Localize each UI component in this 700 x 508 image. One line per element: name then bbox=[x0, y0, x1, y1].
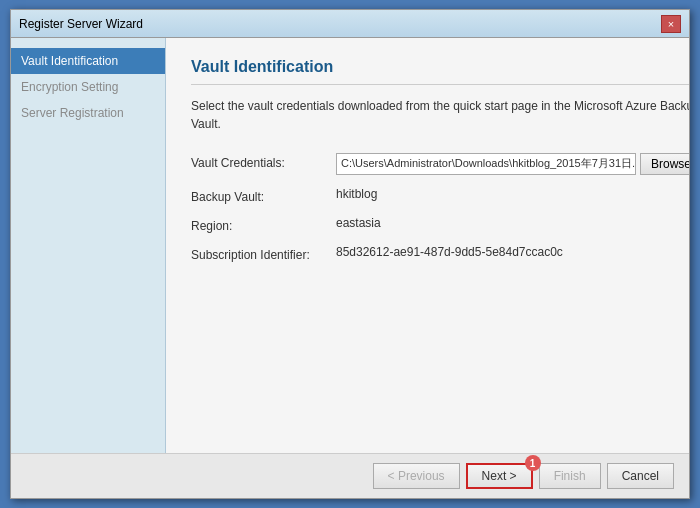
previous-button[interactable]: < Previous bbox=[373, 463, 460, 489]
cancel-button[interactable]: Cancel bbox=[607, 463, 674, 489]
region-value: eastasia bbox=[336, 216, 381, 230]
sidebar: Vault Identification Encryption Setting … bbox=[11, 38, 166, 453]
vault-credentials-input[interactable]: C:\Users\Administrator\Downloads\hkitblo… bbox=[336, 153, 636, 175]
subscription-label: Subscription Identifier: bbox=[191, 245, 336, 262]
backup-vault-value: hkitblog bbox=[336, 187, 377, 201]
next-badge: 1 bbox=[525, 455, 541, 471]
next-button[interactable]: Next > bbox=[466, 463, 533, 489]
window-title: Register Server Wizard bbox=[19, 17, 143, 31]
sidebar-item-server-registration: Server Registration bbox=[11, 100, 165, 126]
backup-vault-label: Backup Vault: bbox=[191, 187, 336, 204]
title-bar: Register Server Wizard × bbox=[11, 10, 689, 38]
main-panel: Vault Identification Select the vault cr… bbox=[166, 38, 689, 453]
region-label: Region: bbox=[191, 216, 336, 233]
sidebar-item-encryption-setting: Encryption Setting bbox=[11, 74, 165, 100]
subscription-value: 85d32612-ae91-487d-9dd5-5e84d7ccac0c bbox=[336, 245, 563, 259]
subscription-row: Subscription Identifier: 85d32612-ae91-4… bbox=[191, 245, 689, 262]
sidebar-item-vault-identification[interactable]: Vault Identification bbox=[11, 48, 165, 74]
region-row: Region: eastasia bbox=[191, 216, 689, 233]
backup-vault-row: Backup Vault: hkitblog bbox=[191, 187, 689, 204]
next-button-wrapper: Next > 1 bbox=[466, 463, 533, 489]
vault-credentials-label: Vault Credentials: bbox=[191, 153, 336, 170]
finish-button[interactable]: Finish bbox=[539, 463, 601, 489]
close-button[interactable]: × bbox=[661, 15, 681, 33]
wizard-window: Register Server Wizard × Vault Identific… bbox=[10, 9, 690, 499]
page-title: Vault Identification bbox=[191, 58, 689, 85]
form-area: Vault Credentials: C:\Users\Administrato… bbox=[191, 153, 689, 433]
footer: < Previous Next > 1 Finish Cancel bbox=[11, 453, 689, 498]
vault-credentials-row: Vault Credentials: C:\Users\Administrato… bbox=[191, 153, 689, 175]
description-text: Select the vault credentials downloaded … bbox=[191, 97, 689, 133]
browse-button[interactable]: Browse bbox=[640, 153, 689, 175]
content-area: Vault Identification Encryption Setting … bbox=[11, 38, 689, 453]
